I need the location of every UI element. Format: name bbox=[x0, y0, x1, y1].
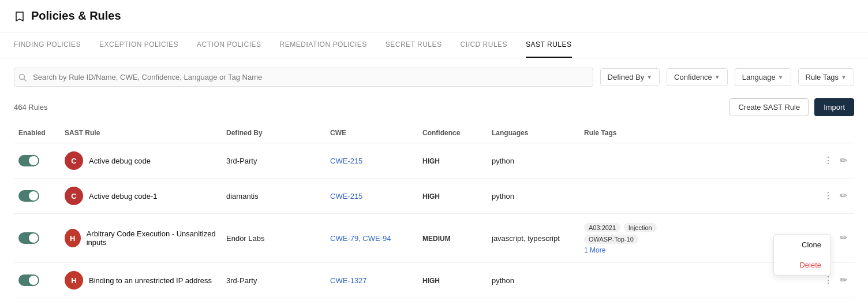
confidence-1: HIGH bbox=[418, 143, 487, 179]
search-input[interactable] bbox=[14, 68, 593, 87]
table-row: H Arbitrary Code Execution - Unsanitized… bbox=[14, 214, 854, 263]
col-header-cwe: CWE bbox=[326, 123, 418, 143]
rules-count: 464 Rules bbox=[14, 103, 48, 112]
rule-name-1: Active debug code bbox=[89, 157, 151, 165]
create-sast-rule-button[interactable]: Create SAST Rule bbox=[729, 98, 809, 116]
sast-rules-table: Enabled SAST Rule Defined By CWE Confide… bbox=[0, 123, 868, 298]
tab-cicd-rules[interactable]: CI/CD RULES bbox=[461, 32, 508, 58]
table-row: C Active debug code-1 diamantis CWE-215 … bbox=[14, 179, 854, 214]
bookmark-icon bbox=[14, 10, 25, 22]
tab-sast-rules[interactable]: SAST RULES bbox=[526, 32, 571, 58]
tags-2 bbox=[579, 179, 808, 214]
col-header-confidence: Confidence bbox=[418, 123, 487, 143]
toggle-cell-1 bbox=[14, 143, 60, 179]
languages-2: python bbox=[487, 179, 579, 214]
avatar-3: H bbox=[65, 229, 81, 247]
edit-button-2[interactable]: ✏ bbox=[837, 189, 850, 203]
tab-finding-policies[interactable]: FINDING POLICIES bbox=[14, 32, 81, 58]
svg-line-1 bbox=[24, 79, 27, 81]
search-wrapper bbox=[14, 68, 593, 87]
import-button[interactable]: Import bbox=[814, 98, 854, 116]
enable-toggle-3[interactable] bbox=[18, 232, 39, 244]
confidence-filter[interactable]: Confidence ▼ bbox=[667, 68, 728, 86]
col-header-defined-by: Defined By bbox=[222, 123, 326, 143]
enable-toggle-4[interactable] bbox=[18, 274, 39, 286]
cwe-1: CWE-215 bbox=[326, 143, 418, 179]
chevron-down-icon: ▼ bbox=[841, 74, 847, 80]
enable-toggle-2[interactable] bbox=[18, 190, 39, 202]
table-row: C Active debug code 3rd-Party CWE-215 HI… bbox=[14, 143, 854, 179]
tab-action-policies[interactable]: ACTION POLICIES bbox=[197, 32, 261, 58]
languages-1: python bbox=[487, 143, 579, 179]
rule-name-4: Binding to an unrestricted IP address bbox=[89, 276, 212, 285]
avatar-4: H bbox=[65, 271, 83, 290]
rule-name-3: Arbitrary Code Execution - Unsanitized i… bbox=[87, 229, 217, 247]
rules-bar: 464 Rules Create SAST Rule Import bbox=[0, 96, 868, 123]
chevron-down-icon: ▼ bbox=[646, 74, 652, 80]
languages-4: python bbox=[487, 263, 579, 298]
search-icon bbox=[18, 73, 27, 81]
nav-tabs: FINDING POLICIES EXCEPTION POLICIES ACTI… bbox=[0, 32, 868, 58]
tag-badge-injection: Injection bbox=[624, 223, 657, 232]
tab-remediation-policies[interactable]: REMEDIATION POLICIES bbox=[280, 32, 367, 58]
tags-1 bbox=[579, 143, 808, 179]
language-filter[interactable]: Language ▼ bbox=[735, 68, 791, 86]
languages-3: javascript, typescript bbox=[487, 214, 579, 263]
edit-button-3[interactable]: ✏ bbox=[837, 231, 850, 245]
col-header-actions bbox=[808, 123, 854, 143]
tab-secret-rules[interactable]: SECRET RULES bbox=[386, 32, 442, 58]
page-title: Policies & Rules bbox=[31, 9, 121, 23]
rule-name-2: Active debug code-1 bbox=[89, 192, 158, 201]
table-header-row: Enabled SAST Rule Defined By CWE Confide… bbox=[14, 123, 854, 143]
avatar-1: C bbox=[65, 151, 83, 170]
chevron-down-icon: ▼ bbox=[778, 74, 784, 80]
defined-by-4: 3rd-Party bbox=[222, 263, 326, 298]
avatar-2: C bbox=[65, 187, 83, 205]
table-row: H Binding to an unrestricted IP address … bbox=[14, 263, 854, 298]
defined-by-3: Endor Labs bbox=[222, 214, 326, 263]
chevron-down-icon: ▼ bbox=[714, 74, 720, 80]
enable-toggle-1[interactable] bbox=[18, 155, 39, 166]
tag-badge-owasp: OWASP-Top-10 bbox=[584, 235, 638, 244]
actions-1: ⋮ ✏ bbox=[808, 143, 854, 179]
more-options-button-1[interactable]: ⋮ bbox=[821, 154, 835, 168]
col-header-rule-tags: Rule Tags bbox=[579, 123, 808, 143]
defined-by-1: 3rd-Party bbox=[222, 143, 326, 179]
defined-by-2: diamantis bbox=[222, 179, 326, 214]
col-header-languages: Languages bbox=[487, 123, 579, 143]
more-tags-link[interactable]: 1 More bbox=[584, 246, 803, 254]
more-options-button-2[interactable]: ⋮ bbox=[821, 189, 835, 203]
defined-by-filter[interactable]: Defined By ▼ bbox=[600, 68, 660, 86]
tag-badge-a03: A03:2021 bbox=[584, 223, 620, 232]
clone-menu-item[interactable]: Clone bbox=[774, 235, 830, 255]
rule-tags-filter[interactable]: Rule Tags ▼ bbox=[798, 68, 854, 86]
tab-exception-policies[interactable]: EXCEPTION POLICIES bbox=[99, 32, 178, 58]
delete-menu-item[interactable]: Delete bbox=[774, 255, 830, 275]
col-header-enabled: Enabled bbox=[14, 123, 60, 143]
context-menu: Clone Delete bbox=[773, 234, 831, 276]
col-header-sast-rule: SAST Rule bbox=[60, 123, 222, 143]
toolbar: Defined By ▼ Confidence ▼ Language ▼ Rul… bbox=[0, 58, 868, 96]
edit-button-4[interactable]: ✏ bbox=[837, 273, 850, 287]
edit-button-1[interactable]: ✏ bbox=[837, 154, 850, 168]
page-header: Policies & Rules bbox=[0, 0, 868, 32]
action-buttons: Create SAST Rule Import bbox=[729, 98, 854, 116]
